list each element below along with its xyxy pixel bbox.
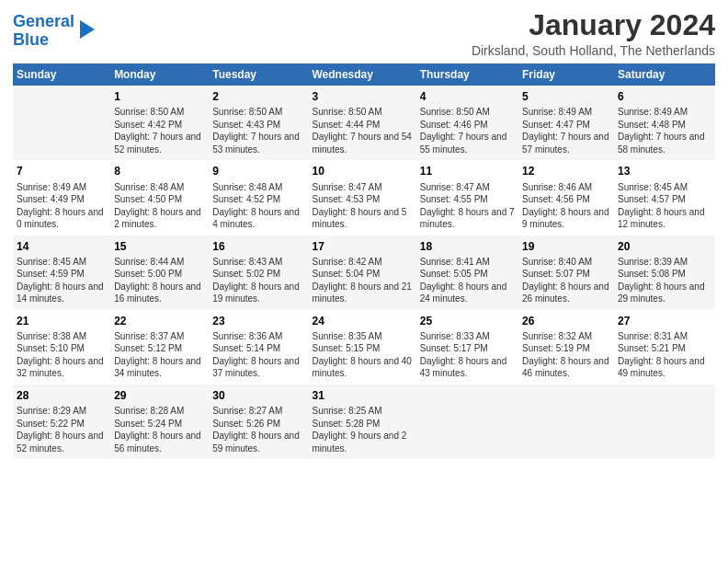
day-cell: 20Sunrise: 8:39 AMSunset: 5:08 PMDayligh… [614, 236, 715, 310]
week-row-3: 14Sunrise: 8:45 AMSunset: 4:59 PMDayligh… [13, 236, 715, 310]
logo-icon [76, 17, 97, 42]
day-number: 26 [522, 314, 610, 328]
day-info: Sunrise: 8:36 AMSunset: 5:14 PMDaylight:… [212, 330, 304, 380]
day-cell: 17Sunrise: 8:42 AMSunset: 5:04 PMDayligh… [308, 236, 415, 310]
day-number: 7 [17, 164, 107, 178]
day-info: Sunrise: 8:37 AMSunset: 5:12 PMDaylight:… [114, 330, 205, 380]
day-cell: 2Sunrise: 8:50 AMSunset: 4:43 PMDaylight… [209, 86, 308, 160]
day-cell: 27Sunrise: 8:31 AMSunset: 5:21 PMDayligh… [614, 310, 715, 385]
title-block: January 2024 Dirksland, South Holland, T… [472, 9, 715, 58]
day-number: 8 [114, 164, 205, 178]
day-number: 25 [420, 314, 515, 328]
day-info: Sunrise: 8:39 AMSunset: 5:08 PMDaylight:… [618, 256, 711, 305]
day-cell: 8Sunrise: 8:48 AMSunset: 4:50 PMDaylight… [110, 160, 209, 235]
day-info: Sunrise: 8:50 AMSunset: 4:43 PMDaylight:… [212, 106, 304, 155]
header-cell-tuesday: Tuesday [209, 63, 308, 86]
day-number: 23 [212, 314, 304, 328]
day-cell: 11Sunrise: 8:47 AMSunset: 4:55 PMDayligh… [416, 160, 518, 235]
day-cell: 12Sunrise: 8:46 AMSunset: 4:56 PMDayligh… [518, 160, 614, 235]
day-info: Sunrise: 8:40 AMSunset: 5:07 PMDaylight:… [522, 256, 610, 305]
day-cell: 21Sunrise: 8:38 AMSunset: 5:10 PMDayligh… [13, 310, 110, 385]
week-row-1: 1Sunrise: 8:50 AMSunset: 4:42 PMDaylight… [13, 86, 715, 160]
day-number: 6 [618, 89, 711, 104]
day-number: 31 [312, 388, 412, 403]
day-cell: 23Sunrise: 8:36 AMSunset: 5:14 PMDayligh… [209, 310, 308, 385]
day-cell: 22Sunrise: 8:37 AMSunset: 5:12 PMDayligh… [110, 310, 209, 385]
day-cell: 10Sunrise: 8:47 AMSunset: 4:53 PMDayligh… [308, 160, 415, 235]
day-info: Sunrise: 8:32 AMSunset: 5:19 PMDaylight:… [522, 330, 610, 380]
day-cell: 15Sunrise: 8:44 AMSunset: 5:00 PMDayligh… [110, 236, 209, 310]
day-cell: 29Sunrise: 8:28 AMSunset: 5:24 PMDayligh… [110, 385, 209, 459]
day-cell: 9Sunrise: 8:48 AMSunset: 4:52 PMDaylight… [209, 160, 308, 235]
day-number: 3 [312, 89, 412, 104]
day-info: Sunrise: 8:44 AMSunset: 5:00 PMDaylight:… [114, 256, 205, 305]
day-number: 17 [312, 239, 412, 254]
header-cell-wednesday: Wednesday [308, 63, 415, 86]
week-row-4: 21Sunrise: 8:38 AMSunset: 5:10 PMDayligh… [13, 310, 715, 385]
day-number: 10 [312, 164, 412, 178]
day-cell: 25Sunrise: 8:33 AMSunset: 5:17 PMDayligh… [416, 310, 518, 385]
day-cell: 26Sunrise: 8:32 AMSunset: 5:19 PMDayligh… [518, 310, 614, 385]
day-number: 11 [420, 164, 515, 178]
day-number: 30 [212, 388, 304, 403]
day-info: Sunrise: 8:31 AMSunset: 5:21 PMDaylight:… [618, 330, 711, 380]
day-info: Sunrise: 8:45 AMSunset: 4:57 PMDaylight:… [618, 181, 711, 231]
svg-marker-0 [80, 20, 95, 39]
logo-text: General Blue [13, 13, 74, 50]
day-cell: 18Sunrise: 8:41 AMSunset: 5:05 PMDayligh… [416, 236, 518, 310]
day-info: Sunrise: 8:45 AMSunset: 4:59 PMDaylight:… [17, 256, 107, 305]
day-number: 2 [212, 89, 304, 104]
day-number: 14 [17, 239, 107, 254]
day-info: Sunrise: 8:48 AMSunset: 4:52 PMDaylight:… [212, 181, 304, 231]
day-cell [13, 86, 110, 160]
logo: General Blue [13, 13, 97, 50]
day-info: Sunrise: 8:33 AMSunset: 5:17 PMDaylight:… [420, 330, 515, 380]
day-number: 22 [114, 314, 205, 328]
calendar-table: SundayMondayTuesdayWednesdayThursdayFrid… [13, 63, 715, 459]
day-number: 28 [17, 388, 107, 403]
day-cell: 16Sunrise: 8:43 AMSunset: 5:02 PMDayligh… [209, 236, 308, 310]
day-cell: 19Sunrise: 8:40 AMSunset: 5:07 PMDayligh… [518, 236, 614, 310]
header-cell-sunday: Sunday [13, 63, 110, 86]
subtitle: Dirksland, South Holland, The Netherland… [472, 43, 715, 58]
day-number: 15 [114, 239, 205, 254]
day-cell: 6Sunrise: 8:49 AMSunset: 4:48 PMDaylight… [614, 86, 715, 160]
day-info: Sunrise: 8:47 AMSunset: 4:55 PMDaylight:… [420, 181, 515, 231]
main-title: January 2024 [472, 9, 715, 41]
day-number: 18 [420, 239, 515, 254]
day-info: Sunrise: 8:27 AMSunset: 5:26 PMDaylight:… [212, 405, 304, 454]
logo-line1: General [13, 12, 74, 30]
day-number: 21 [17, 314, 107, 328]
day-number: 4 [420, 89, 515, 104]
page: General Blue January 2024 Dirksland, Sou… [0, 0, 728, 563]
day-number: 13 [618, 164, 711, 178]
day-info: Sunrise: 8:50 AMSunset: 4:42 PMDaylight:… [114, 106, 205, 155]
day-info: Sunrise: 8:48 AMSunset: 4:50 PMDaylight:… [114, 181, 205, 231]
header: General Blue January 2024 Dirksland, Sou… [13, 9, 715, 58]
day-info: Sunrise: 8:42 AMSunset: 5:04 PMDaylight:… [312, 256, 412, 305]
day-number: 12 [522, 164, 610, 178]
day-info: Sunrise: 8:49 AMSunset: 4:49 PMDaylight:… [17, 181, 107, 231]
day-cell: 28Sunrise: 8:29 AMSunset: 5:22 PMDayligh… [13, 385, 110, 459]
day-info: Sunrise: 8:25 AMSunset: 5:28 PMDaylight:… [312, 405, 412, 454]
day-number: 24 [312, 314, 412, 328]
day-info: Sunrise: 8:43 AMSunset: 5:02 PMDaylight:… [212, 256, 304, 305]
day-cell: 31Sunrise: 8:25 AMSunset: 5:28 PMDayligh… [308, 385, 415, 459]
day-cell: 7Sunrise: 8:49 AMSunset: 4:49 PMDaylight… [13, 160, 110, 235]
logo-line2: Blue [13, 30, 49, 49]
header-row: SundayMondayTuesdayWednesdayThursdayFrid… [13, 63, 715, 86]
day-info: Sunrise: 8:38 AMSunset: 5:10 PMDaylight:… [17, 330, 107, 380]
day-info: Sunrise: 8:49 AMSunset: 4:47 PMDaylight:… [522, 106, 610, 155]
day-number: 20 [618, 239, 711, 254]
day-cell: 13Sunrise: 8:45 AMSunset: 4:57 PMDayligh… [614, 160, 715, 235]
day-cell [614, 385, 715, 459]
day-info: Sunrise: 8:50 AMSunset: 4:46 PMDaylight:… [420, 106, 515, 155]
day-cell: 14Sunrise: 8:45 AMSunset: 4:59 PMDayligh… [13, 236, 110, 310]
day-info: Sunrise: 8:47 AMSunset: 4:53 PMDaylight:… [312, 181, 412, 231]
day-info: Sunrise: 8:49 AMSunset: 4:48 PMDaylight:… [618, 106, 711, 155]
day-cell: 30Sunrise: 8:27 AMSunset: 5:26 PMDayligh… [209, 385, 308, 459]
day-number: 16 [212, 239, 304, 254]
day-number: 27 [618, 314, 711, 328]
day-cell: 24Sunrise: 8:35 AMSunset: 5:15 PMDayligh… [308, 310, 415, 385]
header-cell-saturday: Saturday [614, 63, 715, 86]
